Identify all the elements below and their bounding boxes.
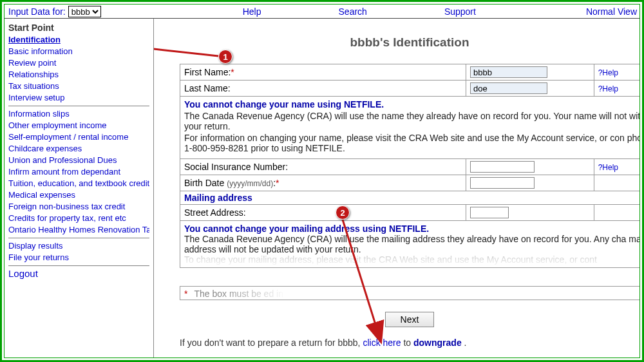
help-last-name[interactable]: ?Help (598, 84, 618, 93)
nav-help[interactable]: Help (243, 6, 261, 17)
last-name-label: Last Name: (184, 83, 231, 93)
sidebar-item-self-employment[interactable]: Self-employment / rental income (8, 131, 149, 143)
sidebar-head-start: Start Point (8, 23, 149, 33)
footer-click-here[interactable]: click here (363, 338, 401, 348)
sidebar-item-ontario-homes[interactable]: Ontario Healthy Homes Renovation Ta (8, 224, 149, 236)
annotation-badge-1: 1 (218, 50, 232, 64)
help-sin[interactable]: ?Help (598, 163, 618, 172)
nav-normal-view[interactable]: Normal View (586, 6, 637, 17)
required-note: *The box must be ed in (180, 286, 639, 300)
form-table: First Name:* ?Help Last Name: ?Help (180, 64, 639, 97)
next-button[interactable]: Next (385, 312, 434, 327)
sidebar-item-relationships[interactable]: Relationships (8, 69, 149, 81)
birth-fmt: (yyyy/mm/dd) (227, 179, 273, 188)
sidebar-item-union-dues[interactable]: Union and Professional Dues (8, 155, 149, 166)
footer-to: to (403, 338, 413, 348)
sidebar-item-childcare[interactable]: Childcare expenses (8, 143, 149, 155)
mail-warning-block: You cannot change your mailing address u… (180, 221, 639, 268)
sidebar-item-display-results[interactable]: Display results (8, 240, 149, 252)
form-table-2: Social Insurance Number: ?Help Birth Dat… (180, 159, 639, 191)
sidebar: Start Point Identification Basic informa… (5, 19, 154, 357)
name-warn: You cannot change your name using NETFIL… (184, 99, 639, 110)
first-name-input[interactable] (470, 66, 547, 78)
sidebar-item-basic-info[interactable]: Basic information (8, 46, 149, 57)
nav-search[interactable]: Search (339, 6, 367, 17)
sidebar-item-identification[interactable]: Identification (8, 34, 149, 46)
birth-input[interactable] (470, 177, 535, 189)
sidebar-item-info-slips[interactable]: Information slips (8, 108, 149, 120)
sidebar-item-other-employment[interactable]: Other employment income (8, 120, 149, 131)
first-name-label: First Name: (184, 67, 231, 77)
mail-warn: You cannot change your mailing address u… (184, 224, 639, 234)
sidebar-item-foreign-tax[interactable]: Foreign non-business tax credit (8, 201, 149, 213)
sidebar-item-property-tax[interactable]: Credits for property tax, rent etc (8, 213, 149, 224)
footer-pre: If you don't want to prepare a return fo… (180, 338, 363, 348)
sidebar-item-interview-setup[interactable]: Interview setup (8, 92, 149, 104)
sin-label: Social Insurance Number: (184, 162, 288, 172)
sin-input[interactable] (470, 161, 535, 173)
sidebar-item-infirm[interactable]: Infirm amount from dependant (8, 166, 149, 178)
help-first-name[interactable]: ?Help (598, 68, 618, 77)
content: bbbb's Identification First Name:* ?Help… (154, 19, 639, 357)
street-input[interactable] (470, 207, 509, 218)
footer-downgrade[interactable]: downgrade (413, 338, 462, 348)
name-msg1: The Canada Revenue Agency (CRA) will use… (184, 111, 639, 131)
mailing-head: Mailing address (180, 191, 639, 205)
user-select[interactable]: bbbb (68, 6, 101, 17)
street-label: Street Address: (184, 207, 246, 218)
input-data-label: Input Data for: (5, 6, 68, 17)
nav-support[interactable]: Support (444, 6, 476, 17)
name-msg2: For information on changing your name, p… (184, 133, 639, 153)
name-warning-block: You cannot change your name using NETFIL… (180, 97, 639, 159)
sidebar-item-logout[interactable]: Logout (8, 268, 149, 280)
last-name-input[interactable] (470, 82, 547, 94)
page-title: bbbb's Identification (180, 35, 639, 50)
sidebar-item-medical[interactable]: Medical expenses (8, 189, 149, 201)
sidebar-item-tuition[interactable]: Tuition, education, and textbook credit (8, 178, 149, 189)
form-table-3: Street Address: ?Help (180, 205, 639, 221)
footer-line: If you don't want to prepare a return fo… (180, 338, 639, 348)
annotation-badge-2: 2 (336, 205, 350, 220)
birth-label: Birth Date (184, 178, 224, 188)
sidebar-item-tax-situations[interactable]: Tax situations (8, 81, 149, 92)
footer-end: . (464, 338, 467, 348)
topbar: Input Data for: bbbb Help Search Support… (5, 5, 639, 19)
sidebar-item-file-returns[interactable]: File your returns (8, 252, 149, 263)
sidebar-item-review-point[interactable]: Review point (8, 57, 149, 69)
